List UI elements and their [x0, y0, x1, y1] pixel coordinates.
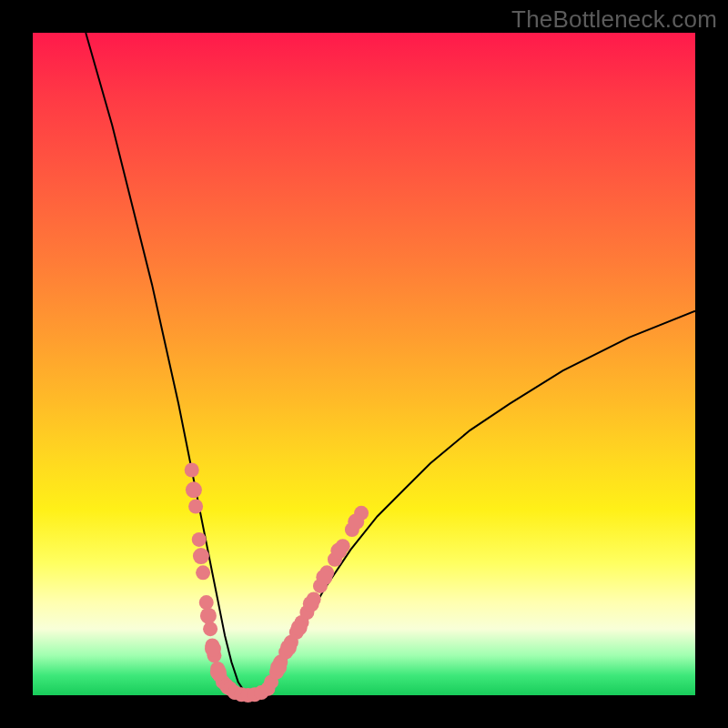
curve-marker — [270, 659, 287, 675]
curve-marker — [196, 565, 210, 580]
curve-marker — [203, 622, 217, 636]
curve-marker — [199, 595, 214, 610]
curve-marker — [280, 640, 297, 656]
curve-markers — [185, 462, 369, 703]
curve-marker — [185, 462, 199, 477]
curve-marker — [205, 641, 221, 657]
chart-frame: TheBottleneck.com — [0, 0, 728, 728]
watermark-text: TheBottleneck.com — [511, 5, 717, 34]
curve-marker — [303, 596, 319, 612]
chart-svg — [33, 33, 695, 695]
curve-marker — [186, 481, 202, 498]
curve-marker — [193, 548, 209, 564]
curve-marker — [192, 532, 207, 547]
curve-marker — [348, 513, 364, 530]
curve-marker — [188, 500, 203, 514]
plot-area — [33, 33, 695, 695]
curve-marker — [210, 664, 227, 681]
curve-marker — [330, 542, 347, 559]
curve-marker — [200, 608, 217, 624]
curve-marker — [291, 620, 308, 636]
curve-marker — [316, 569, 332, 585]
bottleneck-curve — [86, 33, 695, 695]
